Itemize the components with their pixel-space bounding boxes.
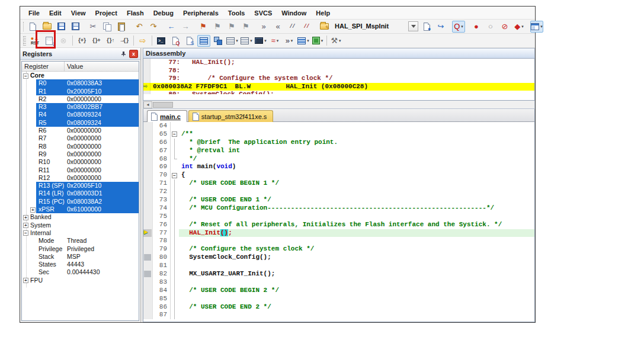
register-row-r14-lr[interactable]: R14 (LR)0x080003D1	[22, 190, 139, 197]
expand-icon[interactable]: +	[23, 278, 28, 283]
toolbar-grip[interactable]	[23, 36, 26, 46]
navigate-back-icon[interactable]: ←	[165, 21, 178, 33]
fold-column[interactable]	[171, 213, 179, 221]
fold-column[interactable]	[171, 147, 179, 155]
menu-item-peripherals[interactable]: Peripherals	[178, 8, 223, 18]
register-row-r1[interactable]: R10x20005F10	[22, 88, 139, 95]
callstack-window-icon[interactable]	[212, 35, 225, 47]
watch-window-icon[interactable]: ▾	[226, 35, 239, 47]
undo-icon[interactable]: ↶	[133, 21, 146, 33]
fold-collapse-icon[interactable]: −	[172, 173, 177, 178]
register-row-fpu[interactable]: +FPU	[22, 277, 139, 284]
system-viewer-icon[interactable]: ▾	[297, 35, 310, 47]
fold-column[interactable]	[171, 139, 179, 147]
breakpoint-margin[interactable]	[143, 204, 153, 213]
breakpoint-margin[interactable]	[143, 196, 153, 204]
previous-bookmark-icon[interactable]: ⚑	[211, 21, 224, 33]
breakpoint-margin[interactable]	[143, 295, 153, 303]
breakpoint-margin[interactable]	[143, 303, 153, 312]
register-row-r13-sp[interactable]: R13 (SP)0x20005F10	[22, 182, 139, 190]
register-row-r6[interactable]: R60x00000000	[22, 127, 139, 134]
pin-icon[interactable]	[119, 50, 127, 58]
fold-column[interactable]	[171, 287, 179, 295]
close-icon[interactable]: x	[129, 50, 138, 58]
register-row-system[interactable]: +System	[22, 222, 139, 229]
toolbar-grip[interactable]	[23, 22, 24, 31]
analysis-window-icon[interactable]: ≈▾	[268, 35, 281, 47]
fold-collapse-icon[interactable]: −	[172, 131, 177, 137]
fold-column[interactable]	[171, 311, 179, 319]
register-row-internal[interactable]: −Internal	[22, 229, 139, 237]
register-row-r10[interactable]: R100x00000000	[22, 158, 139, 166]
breakpoint-margin[interactable]	[143, 287, 153, 295]
debug-session-icon[interactable]: Q▾	[452, 21, 465, 33]
breakpoint-list-icon[interactable]: ◆▾	[512, 21, 526, 33]
editor-tab-startup-stm32f411xe-s[interactable]: startup_stm32f411xe.s	[188, 110, 273, 122]
breakpoint-margin[interactable]	[143, 311, 153, 319]
breakpoint-margin[interactable]	[143, 139, 153, 147]
serial-window-icon[interactable]: ▾	[254, 35, 267, 47]
disassembly-margin[interactable]: ⇨	[143, 83, 150, 91]
fold-column[interactable]	[171, 179, 179, 188]
fold-column[interactable]: −	[171, 130, 179, 139]
menu-item-debug[interactable]: Debug	[149, 8, 178, 18]
show-next-statement-icon[interactable]: ⇨	[136, 35, 149, 47]
reset-icon[interactable]: ●←RST	[28, 35, 41, 47]
disable-breakpoint-icon[interactable]: ○	[484, 21, 497, 33]
save-icon[interactable]	[55, 21, 68, 33]
find-in-files-icon[interactable]: ●	[420, 21, 433, 33]
breakpoint-margin[interactable]	[143, 213, 153, 221]
open-file-icon[interactable]	[40, 21, 53, 33]
copy-icon[interactable]	[101, 21, 114, 33]
tools-icon[interactable]: ⚒▾	[329, 35, 342, 47]
register-row-xpsr[interactable]: +xPSR0x61000000	[22, 206, 139, 213]
register-row-r3[interactable]: R30x08002BB7	[22, 103, 139, 111]
clear-bookmarks-icon[interactable]: ⚑	[239, 21, 252, 33]
breakpoint-margin[interactable]	[143, 130, 153, 139]
menu-item-file[interactable]: File	[24, 8, 44, 18]
register-row-r2[interactable]: R20x00000000	[22, 95, 139, 103]
cut-icon[interactable]: ✂	[86, 21, 100, 33]
chevron-down-icon[interactable]	[408, 21, 418, 31]
disassembly-margin[interactable]	[143, 75, 150, 83]
register-row-mode[interactable]: ModeThread	[22, 237, 139, 245]
register-row-core[interactable]: −Core	[22, 72, 139, 79]
symbols-window-icon[interactable]: S	[183, 35, 196, 47]
menu-item-project[interactable]: Project	[91, 8, 122, 18]
breakpoint-margin[interactable]	[143, 155, 153, 163]
menu-item-edit[interactable]: Edit	[44, 8, 66, 18]
fold-column[interactable]	[171, 188, 179, 196]
command-window-icon[interactable]: >_	[155, 35, 168, 47]
comment-icon[interactable]: //	[286, 21, 299, 33]
step-out-icon[interactable]: {}↑	[104, 35, 117, 47]
register-row-sec[interactable]: Sec0.00444430	[22, 268, 139, 276]
disassembly-content[interactable]: 77: HAL_Init(); 78: 79: /* Configure the…	[143, 59, 535, 101]
breakpoint-margin[interactable]	[143, 147, 153, 155]
editor-tab-main-c[interactable]: main.c	[147, 110, 187, 122]
fold-column[interactable]: −	[171, 171, 179, 179]
toolbox-icon[interactable]: ▾	[311, 35, 324, 47]
uncomment-icon[interactable]: //	[300, 21, 313, 33]
window-layout-icon[interactable]: ▾	[530, 21, 543, 33]
fold-column[interactable]	[171, 278, 179, 287]
menu-item-help[interactable]: Help	[311, 8, 335, 18]
menu-item-flash[interactable]: Flash	[122, 8, 149, 18]
fold-column[interactable]	[171, 163, 179, 171]
fold-column[interactable]	[171, 253, 179, 262]
register-row-banked[interactable]: +Banked	[22, 213, 139, 221]
breakpoint-margin[interactable]	[143, 270, 153, 278]
register-row-r15-pc[interactable]: R15 (PC)0x080038A2	[22, 198, 139, 206]
configure-flash-icon[interactable]: ✎	[318, 21, 331, 33]
breakpoint-margin[interactable]	[143, 122, 153, 130]
fold-column[interactable]	[171, 295, 179, 303]
menu-item-window[interactable]: Window	[277, 8, 311, 18]
collapse-icon[interactable]: −	[23, 73, 28, 79]
breakpoint-margin[interactable]	[143, 171, 153, 179]
fold-column[interactable]	[171, 155, 179, 163]
goto-icon[interactable]: ↪	[434, 21, 447, 33]
toggle-breakpoint-icon[interactable]: ●	[470, 21, 483, 33]
navigate-forward-icon[interactable]: →	[179, 21, 192, 33]
disassembly-hscrollbar[interactable]: ◂	[143, 101, 535, 109]
value-column-header[interactable]: Value	[65, 62, 85, 71]
expand-icon[interactable]: +	[23, 215, 28, 220]
